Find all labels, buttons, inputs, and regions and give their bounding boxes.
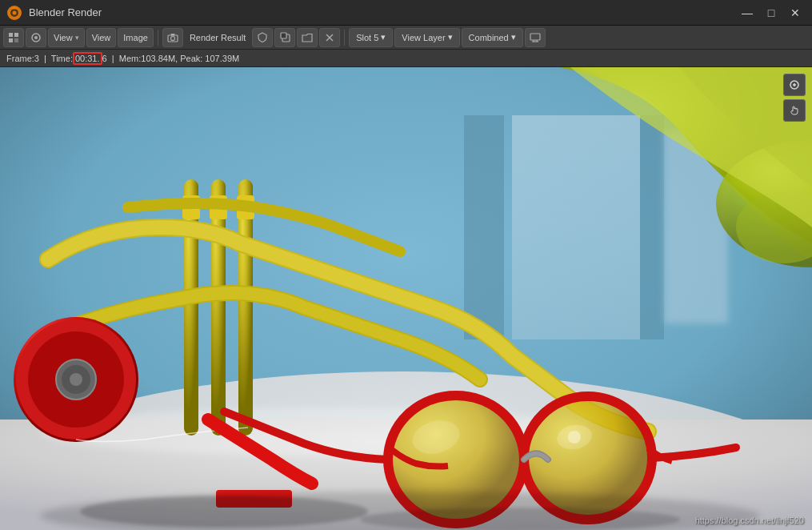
svg-point-11	[170, 36, 174, 40]
folder-icon[interactable]	[297, 28, 318, 47]
minimize-button[interactable]: —	[737, 5, 758, 21]
svg-point-49	[568, 431, 581, 444]
view-layer-button[interactable]: View Layer ▾	[394, 28, 459, 47]
svg-rect-12	[170, 34, 174, 36]
close-button[interactable]: ✕	[785, 5, 806, 21]
frame-label: Frame:3	[6, 54, 39, 63]
svg-point-9	[34, 36, 38, 39]
blender-logo-icon	[6, 5, 22, 21]
render-result-label: Render Result	[185, 33, 250, 42]
view-menu-button[interactable]: View ▾	[48, 28, 85, 47]
svg-rect-23	[512, 115, 640, 339]
camera-icon[interactable]	[162, 28, 183, 47]
title-bar-text: Blender Render	[29, 6, 737, 18]
svg-rect-4	[9, 33, 13, 37]
frame-info: Frame:3 | Time:00:31.6 | Mem:103.84M, Pe…	[6, 54, 239, 63]
mem-info: Mem:103.84M, Peak: 107.39M	[119, 54, 239, 63]
toolbar-separator-1	[158, 30, 158, 46]
svg-rect-7	[14, 38, 18, 42]
render-area: https://blog.csdn.net/linjf520	[0, 67, 812, 530]
svg-rect-14	[281, 33, 286, 38]
combined-button[interactable]: Combined ▾	[462, 28, 523, 47]
svg-rect-5	[14, 33, 18, 37]
svg-rect-24	[640, 115, 664, 339]
toolbar-separator-2	[344, 30, 345, 46]
view-button-2[interactable]: View	[86, 28, 117, 47]
svg-rect-17	[530, 34, 540, 40]
svg-rect-3	[12, 7, 17, 10]
svg-point-42	[70, 373, 82, 386]
title-bar-controls: — □ ✕	[737, 5, 806, 21]
statusbar: Frame:3 | Time:00:31.6 | Mem:103.84M, Pe…	[0, 50, 812, 67]
copy-icon[interactable]	[274, 28, 295, 47]
render-url: https://blog.csdn.net/linjf520	[695, 516, 804, 525]
svg-rect-22	[464, 115, 504, 339]
side-tools	[783, 74, 806, 122]
time-value: 00:31.	[73, 52, 102, 65]
slot-button[interactable]: Slot 5 ▾	[349, 28, 393, 47]
svg-rect-6	[9, 38, 13, 42]
pan-tool-button[interactable]	[783, 99, 806, 122]
editor-type-icon[interactable]	[3, 28, 24, 47]
title-bar: Blender Render — □ ✕	[0, 0, 812, 26]
svg-point-53	[80, 496, 368, 528]
maximize-button[interactable]: □	[761, 5, 782, 21]
view-icon-btn[interactable]	[26, 28, 46, 47]
display-icon[interactable]	[525, 28, 546, 47]
close-render-icon[interactable]	[319, 28, 340, 47]
shield-icon[interactable]	[252, 28, 273, 47]
time-decimal: 6	[102, 54, 107, 63]
svg-point-2	[13, 10, 17, 14]
zoom-tool-button[interactable]	[783, 74, 806, 96]
render-canvas	[0, 67, 812, 530]
toolbar: View ▾ View Image Render Result	[0, 26, 812, 50]
image-button[interactable]: Image	[118, 28, 154, 47]
time-prefix: Time:	[51, 54, 73, 63]
